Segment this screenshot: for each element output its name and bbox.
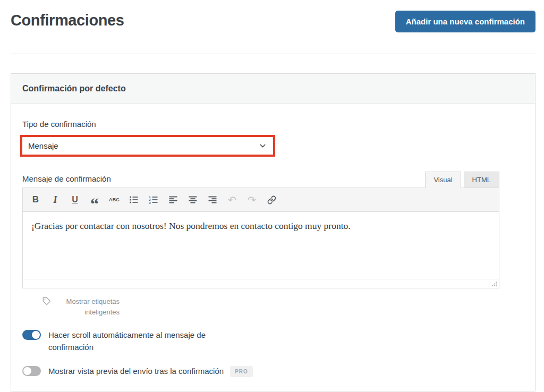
toggle-knob [23,367,31,375]
blockquote-icon[interactable]: “ [87,192,103,207]
svg-text:3: 3 [149,201,151,204]
auto-scroll-label: Hacer scroll automáticamente al mensaje … [48,329,235,353]
message-field-header: Mensaje de confirmación Visual HTML [22,172,499,188]
toggle-knob [32,331,40,339]
confirmation-message-textarea[interactable]: ¡Gracias por contactar con nosotros! Nos… [23,212,499,279]
resize-grip-icon[interactable] [491,281,497,287]
editor-mode-tabs: Visual HTML [425,172,499,188]
panel-body: Tipo de confirmación Mensaje Mensaje de … [11,104,535,391]
ordered-list-icon[interactable]: 123 [146,192,162,207]
add-confirmation-button[interactable]: Añadir una nueva confirmación [395,11,536,32]
message-editor: B I U “ ABC 123 [22,188,499,288]
undo-icon[interactable]: ↶ [224,192,240,207]
tab-html[interactable]: HTML [464,172,499,188]
page-title: Confirmaciones [11,12,124,29]
title-divider [11,54,536,54]
bold-icon[interactable]: B [28,192,44,207]
link-icon[interactable] [264,192,279,207]
confirmation-message-label: Mensaje de confirmación [22,174,111,188]
entry-preview-toggle[interactable] [22,366,41,376]
align-center-icon[interactable] [185,192,201,207]
red-highlight-annotation: Mensaje [20,135,275,157]
smart-tags-label: Mostrar etiquetas inteligentes [55,296,120,317]
editor-statusbar [23,279,499,288]
italic-icon[interactable]: I [47,192,63,207]
page: Confirmaciones Añadir una nueva confirma… [0,0,544,391]
confirmation-type-label: Tipo de confirmación [22,120,524,129]
confirmation-type-select[interactable]: Mensaje [22,137,273,155]
tag-icon [42,297,51,305]
align-right-icon[interactable] [205,192,220,207]
tab-visual[interactable]: Visual [425,172,461,188]
panel-header: Confirmación por defecto [11,74,535,104]
editor-toolbar: B I U “ ABC 123 [23,188,499,212]
align-left-icon[interactable] [165,192,181,207]
auto-scroll-toggle[interactable] [22,330,41,340]
show-smart-tags-link[interactable]: Mostrar etiquetas inteligentes [42,296,524,317]
entry-preview-label: Mostrar vista previa del envío tras la c… [48,365,224,378]
strikethrough-icon[interactable]: ABC [106,192,122,207]
chevron-down-icon [258,141,267,150]
redo-icon[interactable]: ↷ [244,192,260,207]
underline-icon[interactable]: U [67,192,83,207]
topbar: Confirmaciones Añadir una nueva confirma… [11,6,536,32]
default-confirmation-panel: Confirmación por defecto Tipo de confirm… [11,73,536,391]
auto-scroll-setting: Hacer scroll automáticamente al mensaje … [22,329,524,353]
confirmation-type-value: Mensaje [28,141,58,150]
entry-preview-setting: Mostrar vista previa del envío tras la c… [22,365,524,378]
bullet-list-icon[interactable] [126,192,142,207]
pro-badge: PRO [230,366,253,377]
